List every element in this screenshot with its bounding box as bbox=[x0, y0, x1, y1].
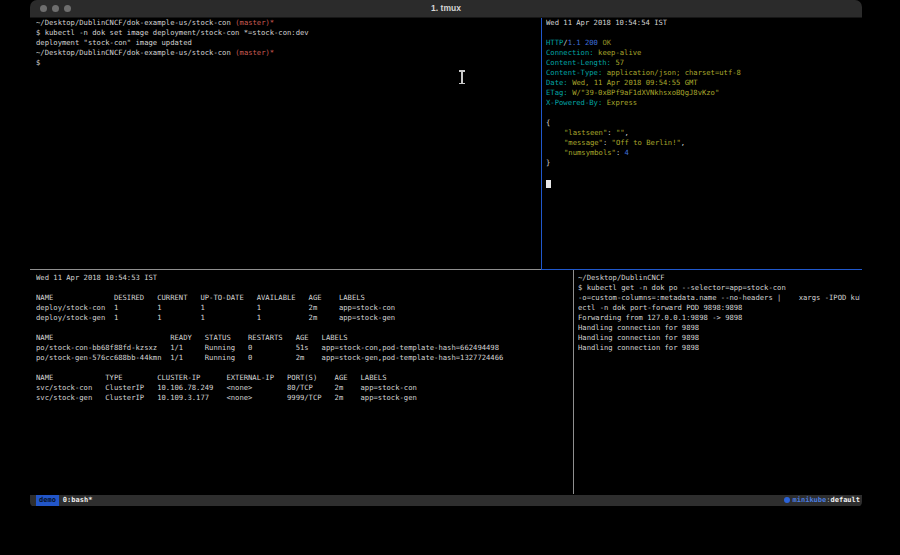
http-status-line: HTTP/1.1 200OK bbox=[546, 38, 860, 48]
terminal-cursor bbox=[546, 180, 551, 188]
kubectl-resources-output: Wed 11 Apr 2018 10:54:53 IST NAME DESIRE… bbox=[36, 273, 568, 403]
http-reason: OK bbox=[602, 38, 611, 47]
tmux-pane-kubectl-watch[interactable]: Wed 11 Apr 2018 10:54:53 IST NAME DESIRE… bbox=[36, 273, 568, 491]
json-sep: : bbox=[616, 148, 625, 157]
tmux-status-bar: demo0:bash* minikube:default bbox=[30, 495, 862, 506]
json-comma: , bbox=[625, 128, 629, 137]
port-forward-output: ~/Desktop/DublinCNCF $ kubectl get -n do… bbox=[578, 273, 860, 353]
pane-divider-vertical-top[interactable] bbox=[541, 18, 542, 270]
http-header: ETag:W/"39-0xBPf9aF1dXVNkhsxoBQgJ8vKzo" bbox=[546, 88, 860, 98]
json-open-brace: { bbox=[546, 118, 860, 128]
json-field: "numsymbols": 4 bbox=[546, 148, 860, 158]
header-key: Date: bbox=[546, 78, 568, 87]
header-key: Connection: bbox=[546, 48, 594, 57]
http-version-code: 1.1 200 bbox=[568, 38, 598, 47]
prompt-path: ~/Desktop/DublinCNCF/dok-example-us/stoc… bbox=[36, 48, 231, 57]
kube-namespace: default bbox=[830, 496, 860, 504]
json-value: "Off to Berlin!" bbox=[612, 138, 681, 147]
json-field: "lastseen": "", bbox=[546, 128, 860, 138]
tmux-pane-port-forward[interactable]: ~/Desktop/DublinCNCF $ kubectl get -n do… bbox=[578, 273, 860, 491]
json-value: "" bbox=[616, 128, 625, 137]
status-bar-left: demo0:bash* bbox=[36, 495, 92, 506]
header-value: 57 bbox=[615, 58, 624, 67]
blank-line bbox=[546, 108, 860, 118]
json-sep: : bbox=[603, 138, 612, 147]
ibeam-mouse-cursor-icon bbox=[458, 70, 465, 84]
json-close-brace: } bbox=[546, 158, 860, 168]
header-value: application/json; charset=utf-8 bbox=[607, 68, 741, 77]
command-line: $ kubectl -n dok set image deployment/st… bbox=[36, 28, 539, 38]
tmux-pane-shell[interactable]: ~/Desktop/DublinCNCF/dok-example-us/stoc… bbox=[36, 18, 539, 266]
window-title: 1. tmux bbox=[30, 3, 862, 13]
header-key: Content-Type: bbox=[546, 68, 602, 77]
header-key: X-Powered-By: bbox=[546, 98, 602, 107]
git-branch: (master)* bbox=[235, 18, 274, 27]
tmux-pane-http-response[interactable]: Wed 11 Apr 2018 10:54:54 IST HTTP/1.1 20… bbox=[546, 18, 860, 266]
pane-divider-vertical-bottom[interactable] bbox=[573, 270, 574, 494]
prompt-path: ~/Desktop/DublinCNCF/dok-example-us/stoc… bbox=[36, 18, 231, 27]
terminal-area: ~/Desktop/DublinCNCF/dok-example-us/stoc… bbox=[30, 18, 862, 507]
pane-divider-horizontal-right-active[interactable] bbox=[542, 269, 862, 270]
prompt-line: $ bbox=[36, 58, 539, 68]
terminal-window: 1. tmux ~/Desktop/DublinCNCF/dok-example… bbox=[30, 0, 862, 507]
kubernetes-helm-icon bbox=[784, 497, 790, 503]
json-comma: , bbox=[681, 138, 685, 147]
prompt-line: ~/Desktop/DublinCNCF/dok-example-us/stoc… bbox=[36, 18, 539, 28]
header-key: ETag: bbox=[546, 88, 568, 97]
pane-divider-horizontal-left[interactable] bbox=[30, 269, 541, 270]
desktop-screen: 1. tmux ~/Desktop/DublinCNCF/dok-example… bbox=[0, 0, 900, 555]
json-key: "lastseen" bbox=[564, 128, 607, 137]
http-header: Content-Type:application/json; charset=u… bbox=[546, 68, 860, 78]
http-header: Date:Wed, 11 Apr 2018 09:54:55 GMT bbox=[546, 78, 860, 88]
prompt-line: ~/Desktop/DublinCNCF/dok-example-us/stoc… bbox=[36, 48, 539, 58]
header-value: W/"39-0xBPf9aF1dXVNkhsxoBQgJ8vKzo" bbox=[572, 88, 719, 97]
blank-line bbox=[546, 168, 860, 178]
json-sep: : bbox=[607, 128, 616, 137]
window-list-item-active[interactable]: 0:bash* bbox=[63, 496, 93, 504]
http-header: X-Powered-By:Express bbox=[546, 98, 860, 108]
status-bar-right: minikube:default bbox=[784, 495, 860, 506]
json-key: "numsymbols" bbox=[564, 148, 616, 157]
json-value: 4 bbox=[625, 148, 629, 157]
json-field: "message": "Off to Berlin!", bbox=[546, 138, 860, 148]
kube-context: minikube bbox=[793, 496, 827, 504]
cursor-line bbox=[546, 178, 860, 188]
command-output: deployment "stock-con" image updated bbox=[36, 38, 539, 48]
blank-line bbox=[546, 28, 860, 38]
timestamp: Wed 11 Apr 2018 10:54:54 IST bbox=[546, 18, 860, 28]
json-key: "message" bbox=[564, 138, 603, 147]
http-header: Content-Length:57 bbox=[546, 58, 860, 68]
header-value: keep-alive bbox=[598, 48, 641, 57]
http-proto: HTTP bbox=[546, 38, 563, 47]
header-value: Wed, 11 Apr 2018 09:54:55 GMT bbox=[572, 78, 698, 87]
header-value: Express bbox=[607, 98, 637, 107]
http-header: Connection:keep-alive bbox=[546, 48, 860, 58]
window-titlebar[interactable]: 1. tmux bbox=[30, 0, 862, 18]
session-name-badge: demo bbox=[36, 495, 59, 506]
header-key: Content-Length: bbox=[546, 58, 611, 67]
git-branch: (master)* bbox=[235, 48, 274, 57]
